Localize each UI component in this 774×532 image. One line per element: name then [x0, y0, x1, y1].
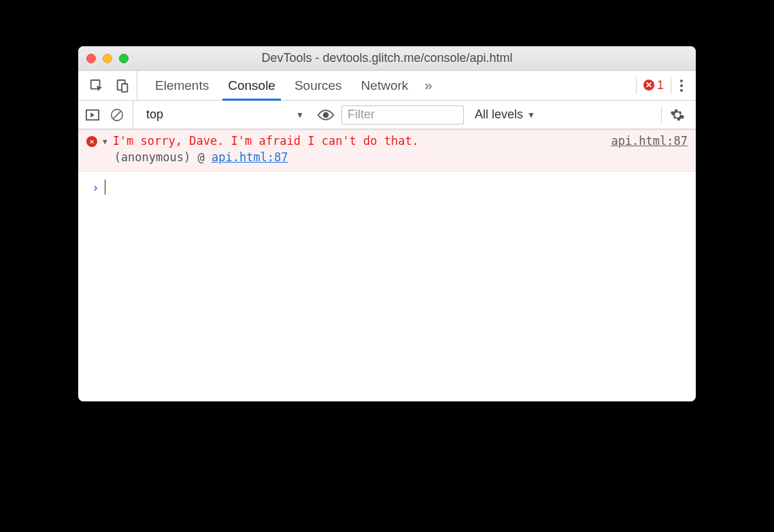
- tabs-left-tools: [82, 71, 137, 100]
- trace-function: (anonymous): [114, 150, 191, 164]
- error-count-value: 1: [657, 78, 664, 93]
- tab-elements[interactable]: Elements: [146, 71, 218, 100]
- log-levels-select[interactable]: All levels ▼: [471, 107, 539, 122]
- svg-point-4: [680, 84, 683, 87]
- error-message: I'm sorry, Dave. I'm afraid I can't do t…: [113, 134, 419, 148]
- console-prompt[interactable]: ›: [78, 171, 696, 203]
- svg-point-5: [680, 89, 683, 92]
- tab-network[interactable]: Network: [352, 71, 418, 100]
- tabs-bar: Elements Console Sources Network » ✕ 1: [78, 71, 696, 101]
- chevron-down-icon: ▼: [527, 110, 535, 120]
- prompt-chevron-icon: ›: [92, 180, 99, 195]
- error-icon: ✕: [86, 136, 97, 147]
- console-settings-button[interactable]: [661, 106, 690, 123]
- svg-point-3: [680, 80, 683, 82]
- console-error-entry: ✕ ▼ I'm sorry, Dave. I'm afraid I can't …: [78, 129, 696, 171]
- traffic-lights: [86, 54, 129, 63]
- toggle-console-drawer-icon[interactable]: [84, 106, 101, 124]
- svg-point-9: [323, 112, 329, 118]
- tab-console[interactable]: Console: [218, 71, 285, 100]
- svg-rect-2: [122, 84, 127, 92]
- expand-toggle-icon[interactable]: ▼: [103, 137, 107, 146]
- window-minimize-button[interactable]: [103, 54, 112, 63]
- window-close-button[interactable]: [86, 54, 96, 63]
- clear-console-icon[interactable]: [108, 106, 126, 124]
- levels-label: All levels: [475, 107, 523, 122]
- titlebar: DevTools - devtools.glitch.me/console/ap…: [78, 46, 696, 71]
- execution-context-select[interactable]: top ▼: [140, 105, 310, 124]
- devtools-window: DevTools - devtools.glitch.me/console/ap…: [78, 46, 696, 401]
- stack-trace-line: (anonymous) @ api.html:87: [113, 150, 688, 164]
- window-maximize-button[interactable]: [119, 54, 129, 63]
- svg-line-8: [114, 111, 121, 118]
- more-tabs-button[interactable]: »: [418, 78, 439, 93]
- error-icon: ✕: [643, 80, 654, 90]
- live-expression-icon[interactable]: [317, 106, 335, 124]
- log-content: I'm sorry, Dave. I'm afraid I can't do t…: [113, 134, 688, 164]
- trace-source-link[interactable]: api.html:87: [212, 150, 288, 164]
- text-cursor: [105, 180, 105, 195]
- inspect-element-icon[interactable]: [88, 77, 105, 95]
- error-count-badge[interactable]: ✕ 1: [636, 77, 671, 95]
- window-title: DevTools - devtools.glitch.me/console/ap…: [78, 51, 696, 65]
- chevron-down-icon: ▼: [296, 110, 304, 120]
- device-toolbar-icon[interactable]: [114, 77, 131, 95]
- console-toolbar-left: [84, 101, 133, 129]
- tab-sources[interactable]: Sources: [285, 71, 352, 100]
- filter-input[interactable]: [341, 105, 464, 124]
- settings-menu-button[interactable]: [671, 78, 692, 93]
- panel-tabs: Elements Console Sources Network: [146, 71, 418, 100]
- console-body: ✕ ▼ I'm sorry, Dave. I'm afraid I can't …: [78, 129, 696, 401]
- console-toolbar: top ▼ All levels ▼: [78, 101, 696, 129]
- context-value: top: [146, 107, 163, 122]
- trace-at: @: [197, 150, 204, 164]
- error-source-link[interactable]: api.html:87: [604, 134, 688, 148]
